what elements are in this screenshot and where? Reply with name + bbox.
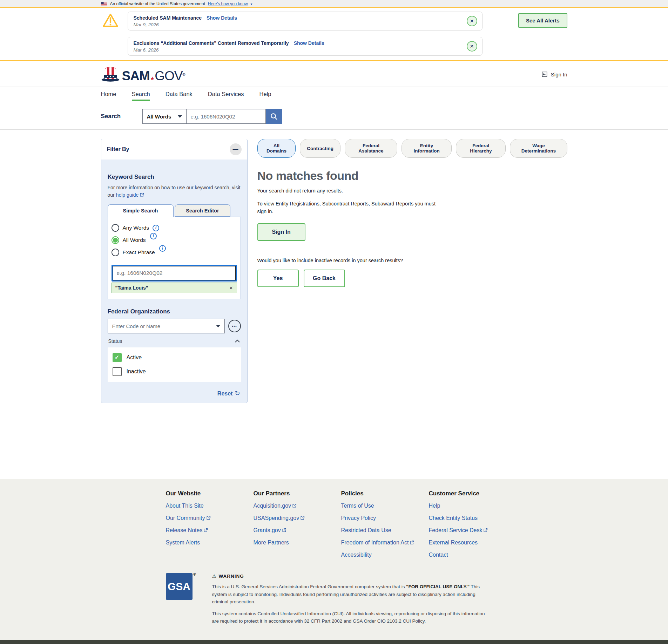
- sign-in-button[interactable]: Sign In: [257, 223, 305, 241]
- footer-link-system-alerts[interactable]: System Alerts: [166, 540, 254, 546]
- domain-pill-all-domains[interactable]: All Domains: [257, 139, 296, 158]
- chevron-down-icon: [178, 115, 182, 118]
- federal-organizations-heading: Federal Organizations: [108, 308, 241, 315]
- external-link-icon: [483, 528, 488, 533]
- external-link-icon: [282, 528, 286, 533]
- warning-paragraph-2: This system contains Controlled Unclassi…: [212, 610, 493, 625]
- nav-item-help[interactable]: Help: [259, 91, 271, 101]
- footer-link-usaspending-gov[interactable]: USASpending.gov: [254, 515, 341, 521]
- footer-col-policies: Policies Terms of Use Privacy Policy Res…: [341, 490, 429, 564]
- search-submit-button[interactable]: [266, 109, 282, 124]
- warning-triangle-icon: [102, 13, 119, 28]
- banner-how-link[interactable]: Here’s how you know: [208, 1, 248, 6]
- remove-tag-button[interactable]: ✕: [229, 285, 233, 291]
- footer-link-accessibility[interactable]: Accessibility: [341, 552, 429, 558]
- domain-pill-federal-hierarchy[interactable]: Federal Hierarchy: [456, 139, 506, 158]
- go-back-button[interactable]: Go Back: [304, 270, 345, 287]
- radio-all-words-label[interactable]: All Words: [123, 237, 146, 243]
- footer-link-more-partners[interactable]: More Partners: [254, 540, 341, 546]
- alert-title: Scheduled SAM Maintenance: [134, 15, 202, 21]
- chevron-up-icon[interactable]: [235, 339, 240, 343]
- footer-col-customer-service: Customer Service Help Check Entity Statu…: [429, 490, 502, 564]
- external-link-icon: [410, 540, 414, 545]
- search-mode-select[interactable]: All Words: [142, 109, 187, 124]
- system-warning: ⚠WARNING This is a U.S. General Services…: [212, 573, 493, 625]
- footer-link-release-notes[interactable]: Release Notes: [166, 527, 254, 534]
- radio-exact-phrase-label[interactable]: Exact Phrase: [123, 249, 155, 256]
- checkbox-active-label[interactable]: Active: [127, 354, 142, 361]
- global-search-row: Search All Words: [0, 104, 668, 130]
- warning-icon: ⚠: [212, 574, 217, 579]
- federal-org-input[interactable]: [112, 323, 196, 329]
- footer-link-foia[interactable]: Freedom of Information Act: [341, 540, 429, 546]
- radio-any-words[interactable]: [112, 224, 119, 232]
- chevron-down-icon: ▾: [251, 2, 252, 6]
- yes-button[interactable]: Yes: [257, 270, 299, 287]
- logo-gov-text: GOV: [155, 69, 182, 83]
- alert-date: Mar 6, 2026: [134, 47, 461, 53]
- keyword-search-input[interactable]: [113, 266, 236, 280]
- footer-heading: Policies: [341, 490, 429, 497]
- collapse-panel-button[interactable]: —: [230, 143, 242, 155]
- nav-item-search[interactable]: Search: [132, 91, 150, 101]
- external-link-icon: [203, 528, 208, 533]
- global-search-input[interactable]: [187, 109, 266, 124]
- radio-any-words-label[interactable]: Any Words: [123, 225, 149, 231]
- help-guide-link[interactable]: help guide: [116, 192, 144, 198]
- footer-col-our-website: Our Website About This Site Our Communit…: [166, 490, 254, 564]
- domain-pill-entity-information[interactable]: Entity Information: [402, 139, 452, 158]
- footer-link-contact[interactable]: Contact: [429, 552, 502, 558]
- radio-all-words[interactable]: [112, 236, 119, 244]
- footer-link-acquisition-gov[interactable]: Acquisition.gov: [254, 503, 341, 509]
- info-icon[interactable]: i: [159, 245, 166, 252]
- info-icon[interactable]: i: [153, 225, 159, 231]
- alert-close-button[interactable]: ✕: [467, 16, 477, 26]
- alert-show-details-link[interactable]: Show Details: [294, 40, 324, 46]
- keyword-tag-text: "Taima Louis": [115, 285, 148, 291]
- tab-simple-search[interactable]: Simple Search: [108, 204, 174, 217]
- uncle-sam-hat-icon: [101, 66, 120, 82]
- primary-nav: Home Search Data Bank Data Services Help: [0, 87, 668, 104]
- no-results-message: Your search did not return any results.: [257, 188, 567, 194]
- checkbox-inactive[interactable]: [113, 367, 122, 376]
- checkbox-active[interactable]: ✓: [113, 353, 122, 362]
- agency-identifier: SAM.gov An official website of the U.S. …: [0, 640, 668, 644]
- gov-banner: An official website of the United States…: [0, 0, 668, 8]
- footer-link-external-resources[interactable]: External Resources: [429, 540, 502, 546]
- warning-title-text: WARNING: [219, 574, 244, 579]
- sign-in-message: To view Entity Registrations, Subcontrac…: [257, 200, 440, 216]
- alert-close-button[interactable]: ✕: [467, 41, 477, 52]
- footer-col-our-partners: Our Partners Acquisition.gov USASpending…: [254, 490, 341, 564]
- main-content: Filter By — Keyword Search For more info…: [0, 130, 668, 479]
- domain-pill-wage-determinations[interactable]: Wage Determinations: [510, 139, 567, 158]
- see-all-alerts-button[interactable]: See All Alerts: [518, 13, 567, 28]
- footer-link-restricted-data-use[interactable]: Restricted Data Use: [341, 527, 429, 534]
- sign-in-link[interactable]: Sign In: [541, 71, 567, 78]
- domain-pill-federal-assistance[interactable]: Federal Assistance: [345, 139, 397, 158]
- footer-link-about-this-site[interactable]: About This Site: [166, 503, 254, 509]
- radio-exact-phrase[interactable]: [112, 249, 119, 256]
- gsa-registered-mark: ®: [193, 572, 196, 576]
- banner-text: An official website of the United States…: [110, 1, 205, 6]
- federal-org-combobox[interactable]: [108, 319, 225, 333]
- footer-link-terms-of-use[interactable]: Terms of Use: [341, 503, 429, 509]
- org-more-options-button[interactable]: •••: [228, 320, 241, 332]
- footer-link-federal-service-desk[interactable]: Federal Service Desk: [429, 527, 502, 534]
- footer-link-grants-gov[interactable]: Grants.gov: [254, 527, 341, 534]
- footer-link-help[interactable]: Help: [429, 503, 502, 509]
- reset-filters-link[interactable]: Reset↻: [217, 391, 240, 396]
- nav-item-data-bank[interactable]: Data Bank: [166, 91, 193, 101]
- footer-heading: Customer Service: [429, 490, 502, 497]
- checkbox-inactive-label[interactable]: Inactive: [127, 368, 146, 375]
- alert-show-details-link[interactable]: Show Details: [207, 15, 237, 21]
- footer-link-check-entity-status[interactable]: Check Entity Status: [429, 515, 502, 521]
- logo-sam-text: SAM: [122, 69, 150, 83]
- sam-gov-logo[interactable]: SAM★GOV®: [101, 66, 185, 82]
- nav-item-data-services[interactable]: Data Services: [208, 91, 244, 101]
- tab-search-editor[interactable]: Search Editor: [175, 204, 230, 217]
- footer-link-our-community[interactable]: Our Community: [166, 515, 254, 521]
- info-icon[interactable]: i: [150, 233, 157, 239]
- domain-pill-contracting[interactable]: Contracting: [300, 139, 340, 158]
- nav-item-home[interactable]: Home: [101, 91, 116, 101]
- footer-link-privacy-policy[interactable]: Privacy Policy: [341, 515, 429, 521]
